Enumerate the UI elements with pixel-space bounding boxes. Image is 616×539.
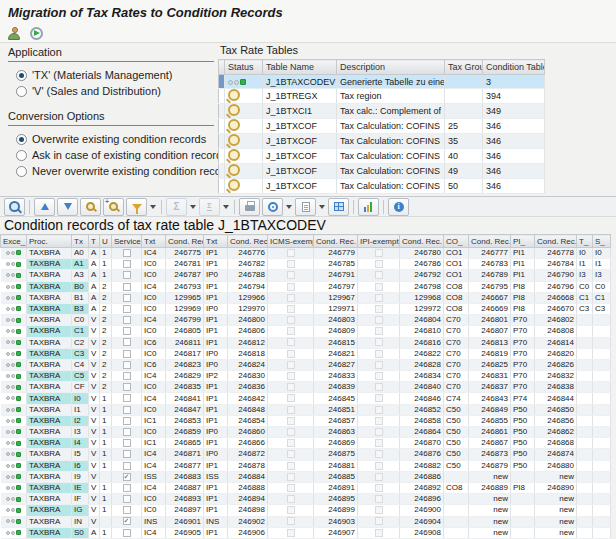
- cell-u[interactable]: 1: [100, 259, 112, 270]
- cell-tx[interactable]: I9: [72, 471, 89, 482]
- service-checkbox[interactable]: [123, 428, 131, 436]
- cell-ts[interactable]: [577, 415, 593, 426]
- cell-txt2[interactable]: IP1: [204, 494, 228, 505]
- cell-tx[interactable]: I0: [72, 393, 89, 404]
- tax-table-row[interactable]: J_1BTXCOFTax Calculation: COFINS50346: [219, 179, 545, 194]
- cell-icms[interactable]: [268, 303, 314, 314]
- cell-proc[interactable]: TAXBRA: [27, 248, 72, 259]
- column-header[interactable]: Condition Table: [483, 60, 545, 75]
- cell-txt2[interactable]: IP1: [204, 259, 228, 270]
- cell-co[interactable]: C70: [444, 382, 469, 393]
- cell-cr5[interactable]: 246861: [469, 427, 511, 438]
- service-checkbox[interactable]: [123, 361, 131, 369]
- tax-table-row[interactable]: J_1BTXCOFTax Calculation: COFINS49346: [219, 164, 545, 179]
- cell-txt1[interactable]: IC1: [142, 438, 166, 449]
- cell-proc[interactable]: TAXBRA: [27, 371, 72, 382]
- cell-proc[interactable]: TAXBRA: [27, 449, 72, 460]
- cell-cr1[interactable]: 246799: [166, 315, 204, 326]
- ipi-checkbox[interactable]: [375, 529, 383, 537]
- cell-tx[interactable]: I4: [72, 438, 89, 449]
- cell-cr2[interactable]: 246830: [228, 371, 268, 382]
- cell-txt2[interactable]: IP1: [204, 248, 228, 259]
- cell-exce[interactable]: [1, 270, 27, 281]
- column-header-t[interactable]: T: [89, 235, 100, 248]
- icms-checkbox[interactable]: [287, 428, 295, 436]
- cell-tx[interactable]: IE: [72, 482, 89, 493]
- cell-cr3[interactable]: 246809: [314, 326, 358, 337]
- cell-description[interactable]: Tax calc.: Complement of ICMS...: [337, 104, 445, 119]
- cell-proc[interactable]: TAXBRA: [27, 471, 72, 482]
- cell-ts[interactable]: [577, 326, 593, 337]
- cell-co[interactable]: CO1: [444, 259, 469, 270]
- cell-service[interactable]: [112, 326, 142, 337]
- cell-icms[interactable]: [268, 460, 314, 471]
- cell-txt2[interactable]: IP1: [204, 281, 228, 292]
- cell-exce[interactable]: [1, 337, 27, 348]
- cell-ts[interactable]: [577, 527, 593, 538]
- cell-ss[interactable]: [593, 337, 611, 348]
- service-checkbox[interactable]: [123, 439, 131, 447]
- find-button[interactable]: [80, 198, 101, 216]
- condition-record-row[interactable]: TAXBRAC3V2IC0246817IP0246818246821246822…: [1, 348, 611, 359]
- icms-checkbox[interactable]: [287, 305, 295, 313]
- cell-t[interactable]: V: [89, 460, 100, 471]
- cell-cr3[interactable]: 246869: [314, 438, 358, 449]
- cell-service[interactable]: [112, 527, 142, 538]
- ipi-checkbox[interactable]: [375, 417, 383, 425]
- export-button[interactable]: [295, 198, 316, 216]
- cell-t[interactable]: A: [89, 259, 100, 270]
- cell-cr5[interactable]: 246795: [469, 281, 511, 292]
- icms-checkbox[interactable]: [287, 260, 295, 268]
- cell-txt1[interactable]: IC4: [142, 248, 166, 259]
- condition-record-row[interactable]: TAXBRAI9V✓ISS246883ISS246884246885246886…: [1, 471, 611, 482]
- cell-exce[interactable]: [1, 259, 27, 270]
- cell-u[interactable]: 1: [100, 505, 112, 516]
- cell-ss[interactable]: [593, 482, 611, 493]
- cell-cr4[interactable]: 246870: [400, 438, 444, 449]
- cell-cr1[interactable]: 246775: [166, 248, 204, 259]
- cell-txt2[interactable]: IP0: [204, 348, 228, 359]
- cell-service[interactable]: [112, 348, 142, 359]
- sum-dropdown-icon[interactable]: [190, 205, 196, 209]
- cell-cr1[interactable]: 246901: [166, 516, 204, 527]
- cell-u[interactable]: 1: [100, 248, 112, 259]
- cell-u[interactable]: 2: [100, 315, 112, 326]
- cell-proc[interactable]: TAXBRA: [27, 460, 72, 471]
- cell-proc[interactable]: TAXBRA: [27, 438, 72, 449]
- cell-txt1[interactable]: IC0: [142, 259, 166, 270]
- service-checkbox[interactable]: ✓: [123, 473, 131, 481]
- cell-cr5[interactable]: 246843: [469, 393, 511, 404]
- cell-cr6[interactable]: new: [535, 494, 577, 505]
- cell-txt1[interactable]: IC4: [142, 393, 166, 404]
- cell-ts[interactable]: [577, 371, 593, 382]
- cell-co[interactable]: CO8: [444, 292, 469, 303]
- cell-status[interactable]: [225, 179, 263, 194]
- cell-description[interactable]: Tax Calculation: COFINS: [337, 119, 445, 134]
- cell-co[interactable]: [444, 505, 469, 516]
- cell-cr5[interactable]: 246837: [469, 382, 511, 393]
- cell-cr5[interactable]: 246777: [469, 248, 511, 259]
- cell-service[interactable]: [112, 337, 142, 348]
- cell-cr1[interactable]: 246893: [166, 494, 204, 505]
- column-header-ts[interactable]: T_: [577, 235, 593, 248]
- cell-service[interactable]: [112, 382, 142, 393]
- cell-ts[interactable]: [577, 449, 593, 460]
- cell-tx[interactable]: C4: [72, 359, 89, 370]
- cell-u[interactable]: 2: [100, 292, 112, 303]
- cell-ipi[interactable]: [358, 527, 400, 538]
- cell-cr5[interactable]: 246789: [469, 270, 511, 281]
- cell-cr3[interactable]: 246791: [314, 270, 358, 281]
- cell-icms[interactable]: [268, 527, 314, 538]
- service-checkbox[interactable]: [123, 484, 131, 492]
- ipi-checkbox[interactable]: [375, 439, 383, 447]
- cell-exce[interactable]: [1, 303, 27, 314]
- details-button[interactable]: [4, 198, 25, 216]
- icms-checkbox[interactable]: [287, 506, 295, 514]
- cell-status[interactable]: [225, 119, 263, 134]
- cell-ipi[interactable]: [358, 348, 400, 359]
- cell-txt1[interactable]: IC4: [142, 482, 166, 493]
- column-header-ipi[interactable]: IPI-exempt: [358, 235, 400, 248]
- cell-t[interactable]: V: [89, 505, 100, 516]
- condition-record-row[interactable]: TAXBRAI1V1IC0246847IP1246848246851246852…: [1, 404, 611, 415]
- cell-t[interactable]: V: [89, 471, 100, 482]
